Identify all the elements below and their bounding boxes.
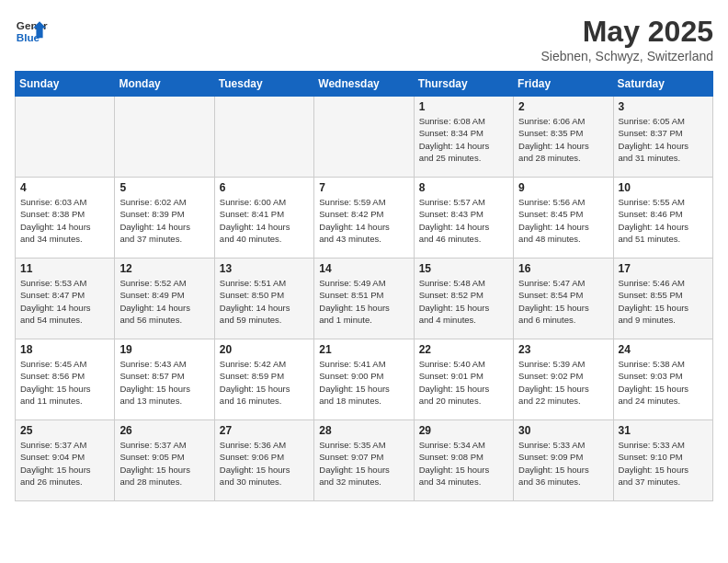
- calendar-week-row: 18Sunrise: 5:45 AM Sunset: 8:56 PM Dayli…: [16, 339, 713, 420]
- title-block: May 2025 Siebnen, Schwyz, Switzerland: [540, 15, 713, 63]
- day-info: Sunrise: 6:05 AM Sunset: 8:37 PM Dayligh…: [619, 115, 708, 164]
- day-number: 22: [419, 343, 508, 356]
- day-info: Sunrise: 5:40 AM Sunset: 9:01 PM Dayligh…: [419, 358, 508, 407]
- header-monday: Monday: [115, 72, 214, 97]
- day-info: Sunrise: 5:39 AM Sunset: 9:02 PM Dayligh…: [518, 358, 608, 407]
- day-number: 13: [220, 262, 309, 275]
- day-number: 30: [518, 424, 608, 437]
- table-row: [16, 97, 115, 178]
- day-info: Sunrise: 5:35 AM Sunset: 9:07 PM Dayligh…: [319, 439, 408, 488]
- day-info: Sunrise: 5:53 AM Sunset: 8:47 PM Dayligh…: [20, 277, 109, 326]
- day-number: 26: [119, 424, 209, 437]
- table-row: [214, 97, 313, 178]
- day-info: Sunrise: 5:52 AM Sunset: 8:49 PM Dayligh…: [119, 277, 209, 326]
- day-info: Sunrise: 5:34 AM Sunset: 9:08 PM Dayligh…: [419, 439, 508, 488]
- day-info: Sunrise: 6:03 AM Sunset: 8:38 PM Dayligh…: [20, 196, 109, 245]
- table-row: 15Sunrise: 5:48 AM Sunset: 8:52 PM Dayli…: [414, 259, 513, 339]
- table-row: 27Sunrise: 5:36 AM Sunset: 9:06 PM Dayli…: [214, 420, 313, 501]
- day-info: Sunrise: 5:45 AM Sunset: 8:56 PM Dayligh…: [20, 358, 109, 407]
- table-row: 24Sunrise: 5:38 AM Sunset: 9:03 PM Dayli…: [613, 339, 712, 420]
- table-row: 5Sunrise: 6:02 AM Sunset: 8:39 PM Daylig…: [115, 178, 214, 259]
- table-row: 31Sunrise: 5:33 AM Sunset: 9:10 PM Dayli…: [613, 420, 712, 501]
- day-info: Sunrise: 5:38 AM Sunset: 9:03 PM Dayligh…: [619, 358, 708, 407]
- day-info: Sunrise: 5:55 AM Sunset: 8:46 PM Dayligh…: [619, 196, 708, 245]
- table-row: 3Sunrise: 6:05 AM Sunset: 8:37 PM Daylig…: [613, 97, 712, 178]
- day-info: Sunrise: 5:56 AM Sunset: 8:45 PM Dayligh…: [518, 196, 608, 245]
- day-number: 17: [619, 262, 708, 275]
- day-number: 6: [220, 181, 309, 194]
- table-row: 6Sunrise: 6:00 AM Sunset: 8:41 PM Daylig…: [214, 178, 313, 259]
- weekday-header-row: Sunday Monday Tuesday Wednesday Thursday…: [16, 72, 713, 97]
- table-row: 28Sunrise: 5:35 AM Sunset: 9:07 PM Dayli…: [314, 420, 414, 501]
- day-info: Sunrise: 5:59 AM Sunset: 8:42 PM Dayligh…: [319, 196, 408, 245]
- header-wednesday: Wednesday: [314, 72, 414, 97]
- day-info: Sunrise: 6:00 AM Sunset: 8:41 PM Dayligh…: [220, 196, 309, 245]
- table-row: 25Sunrise: 5:37 AM Sunset: 9:04 PM Dayli…: [16, 420, 115, 501]
- calendar-week-row: 11Sunrise: 5:53 AM Sunset: 8:47 PM Dayli…: [16, 259, 713, 339]
- table-row: 17Sunrise: 5:46 AM Sunset: 8:55 PM Dayli…: [613, 259, 712, 339]
- calendar-title: May 2025: [540, 15, 713, 49]
- table-row: 19Sunrise: 5:43 AM Sunset: 8:57 PM Dayli…: [115, 339, 214, 420]
- header-sunday: Sunday: [16, 72, 115, 97]
- day-number: 7: [319, 181, 408, 194]
- table-row: 10Sunrise: 5:55 AM Sunset: 8:46 PM Dayli…: [613, 178, 712, 259]
- table-row: 22Sunrise: 5:40 AM Sunset: 9:01 PM Dayli…: [414, 339, 513, 420]
- day-number: 29: [419, 424, 508, 437]
- table-row: 14Sunrise: 5:49 AM Sunset: 8:51 PM Dayli…: [314, 259, 414, 339]
- calendar-location: Siebnen, Schwyz, Switzerland: [540, 49, 713, 63]
- calendar-week-row: 25Sunrise: 5:37 AM Sunset: 9:04 PM Dayli…: [16, 420, 713, 501]
- day-info: Sunrise: 5:46 AM Sunset: 8:55 PM Dayligh…: [619, 277, 708, 326]
- day-number: 24: [619, 343, 708, 356]
- table-row: 11Sunrise: 5:53 AM Sunset: 8:47 PM Dayli…: [16, 259, 115, 339]
- day-number: 25: [20, 424, 109, 437]
- table-row: 12Sunrise: 5:52 AM Sunset: 8:49 PM Dayli…: [115, 259, 214, 339]
- day-info: Sunrise: 6:06 AM Sunset: 8:35 PM Dayligh…: [518, 115, 608, 164]
- table-row: 30Sunrise: 5:33 AM Sunset: 9:09 PM Dayli…: [514, 420, 613, 501]
- day-info: Sunrise: 6:02 AM Sunset: 8:39 PM Dayligh…: [119, 196, 209, 245]
- day-info: Sunrise: 5:49 AM Sunset: 8:51 PM Dayligh…: [319, 277, 408, 326]
- table-row: [115, 97, 214, 178]
- day-number: 8: [419, 181, 508, 194]
- day-number: 3: [619, 100, 708, 113]
- table-row: 18Sunrise: 5:45 AM Sunset: 8:56 PM Dayli…: [16, 339, 115, 420]
- day-info: Sunrise: 5:57 AM Sunset: 8:43 PM Dayligh…: [419, 196, 508, 245]
- table-row: 29Sunrise: 5:34 AM Sunset: 9:08 PM Dayli…: [414, 420, 513, 501]
- day-info: Sunrise: 5:43 AM Sunset: 8:57 PM Dayligh…: [119, 358, 209, 407]
- day-number: 4: [20, 181, 109, 194]
- day-number: 9: [518, 181, 608, 194]
- table-row: 16Sunrise: 5:47 AM Sunset: 8:54 PM Dayli…: [514, 259, 613, 339]
- table-row: 20Sunrise: 5:42 AM Sunset: 8:59 PM Dayli…: [214, 339, 313, 420]
- table-row: 8Sunrise: 5:57 AM Sunset: 8:43 PM Daylig…: [414, 178, 513, 259]
- day-info: Sunrise: 5:51 AM Sunset: 8:50 PM Dayligh…: [220, 277, 309, 326]
- day-info: Sunrise: 5:36 AM Sunset: 9:06 PM Dayligh…: [220, 439, 309, 488]
- day-info: Sunrise: 5:33 AM Sunset: 9:09 PM Dayligh…: [518, 439, 608, 488]
- day-number: 16: [518, 262, 608, 275]
- day-number: 27: [220, 424, 309, 437]
- table-row: 21Sunrise: 5:41 AM Sunset: 9:00 PM Dayli…: [314, 339, 414, 420]
- table-row: 4Sunrise: 6:03 AM Sunset: 8:38 PM Daylig…: [16, 178, 115, 259]
- day-number: 31: [619, 424, 708, 437]
- day-number: 28: [319, 424, 408, 437]
- day-info: Sunrise: 5:47 AM Sunset: 8:54 PM Dayligh…: [518, 277, 608, 326]
- logo: General Blue: [15, 15, 48, 48]
- table-row: 23Sunrise: 5:39 AM Sunset: 9:02 PM Dayli…: [514, 339, 613, 420]
- logo-icon: General Blue: [15, 15, 48, 48]
- day-info: Sunrise: 5:41 AM Sunset: 9:00 PM Dayligh…: [319, 358, 408, 407]
- day-number: 20: [220, 343, 309, 356]
- table-row: 7Sunrise: 5:59 AM Sunset: 8:42 PM Daylig…: [314, 178, 414, 259]
- header-friday: Friday: [514, 72, 613, 97]
- table-row: [314, 97, 414, 178]
- day-info: Sunrise: 6:08 AM Sunset: 8:34 PM Dayligh…: [419, 115, 508, 164]
- table-row: 13Sunrise: 5:51 AM Sunset: 8:50 PM Dayli…: [214, 259, 313, 339]
- calendar-week-row: 1Sunrise: 6:08 AM Sunset: 8:34 PM Daylig…: [16, 97, 713, 178]
- header-tuesday: Tuesday: [214, 72, 313, 97]
- day-number: 11: [20, 262, 109, 275]
- day-number: 18: [20, 343, 109, 356]
- calendar-week-row: 4Sunrise: 6:03 AM Sunset: 8:38 PM Daylig…: [16, 178, 713, 259]
- day-number: 19: [119, 343, 209, 356]
- table-row: 2Sunrise: 6:06 AM Sunset: 8:35 PM Daylig…: [514, 97, 613, 178]
- day-info: Sunrise: 5:37 AM Sunset: 9:04 PM Dayligh…: [20, 439, 109, 488]
- table-row: 1Sunrise: 6:08 AM Sunset: 8:34 PM Daylig…: [414, 97, 513, 178]
- day-info: Sunrise: 5:33 AM Sunset: 9:10 PM Dayligh…: [619, 439, 708, 488]
- day-number: 12: [119, 262, 209, 275]
